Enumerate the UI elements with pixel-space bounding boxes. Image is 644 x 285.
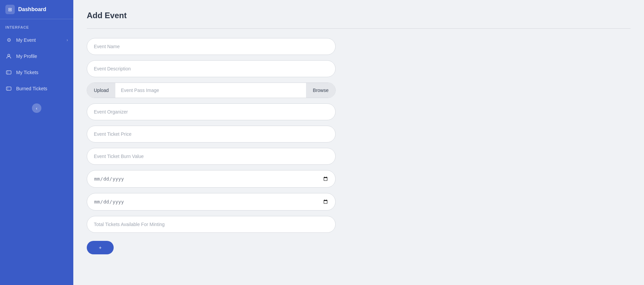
main-content: Add Event Upload Event Pass Image Browse… <box>73 0 644 285</box>
svg-rect-1 <box>6 71 11 74</box>
svg-point-0 <box>8 54 10 56</box>
svg-rect-3 <box>6 87 11 90</box>
sidebar-item-label-my-tickets: My Tickets <box>16 70 68 75</box>
event-ticket-price-input[interactable] <box>87 126 336 142</box>
sidebar-item-my-tickets[interactable]: My Tickets <box>0 64 73 81</box>
sidebar-item-my-profile[interactable]: My Profile <box>0 48 73 64</box>
upload-button[interactable]: Upload <box>87 83 115 98</box>
collapse-button[interactable]: ‹ <box>32 103 41 113</box>
event-organizer-input[interactable] <box>87 103 336 120</box>
sidebar-item-burned-tickets[interactable]: Burned Tickets <box>0 81 73 97</box>
sidebar-item-label-my-profile: My Profile <box>16 54 68 59</box>
event-start-date-input[interactable] <box>87 170 336 188</box>
event-ticket-burn-value-input[interactable] <box>87 148 336 165</box>
sidebar-header: ⊞ Dashboard <box>0 0 73 19</box>
sidebar-title: Dashboard <box>18 6 46 12</box>
sidebar-item-label-my-event: My Event <box>16 37 67 43</box>
event-name-input[interactable] <box>87 38 336 55</box>
dashboard-icon: ⊞ <box>5 5 15 14</box>
chevron-right-icon: › <box>67 38 68 42</box>
total-tickets-input[interactable] <box>87 216 336 233</box>
burned-ticket-icon <box>5 85 12 92</box>
page-title: Add Event <box>87 11 631 20</box>
sidebar-item-my-event[interactable]: ⚙ My Event › <box>0 32 73 48</box>
file-upload-row: Upload Event Pass Image Browse <box>87 83 336 98</box>
divider <box>87 28 631 29</box>
ticket-icon <box>5 69 12 76</box>
event-end-date-input[interactable] <box>87 193 336 211</box>
sidebar: ⊞ Dashboard INTERFACE ⚙ My Event › My Pr… <box>0 0 73 285</box>
gear-icon: ⚙ <box>5 37 12 43</box>
sidebar-item-label-burned-tickets: Burned Tickets <box>16 86 68 91</box>
file-name-label: Event Pass Image <box>115 83 306 98</box>
submit-button[interactable]: + <box>87 241 114 254</box>
browse-button[interactable]: Browse <box>306 83 335 98</box>
event-description-input[interactable] <box>87 60 336 77</box>
profile-icon <box>5 53 12 60</box>
add-event-form: Upload Event Pass Image Browse + <box>87 38 336 254</box>
sidebar-section-label: INTERFACE <box>0 19 73 32</box>
